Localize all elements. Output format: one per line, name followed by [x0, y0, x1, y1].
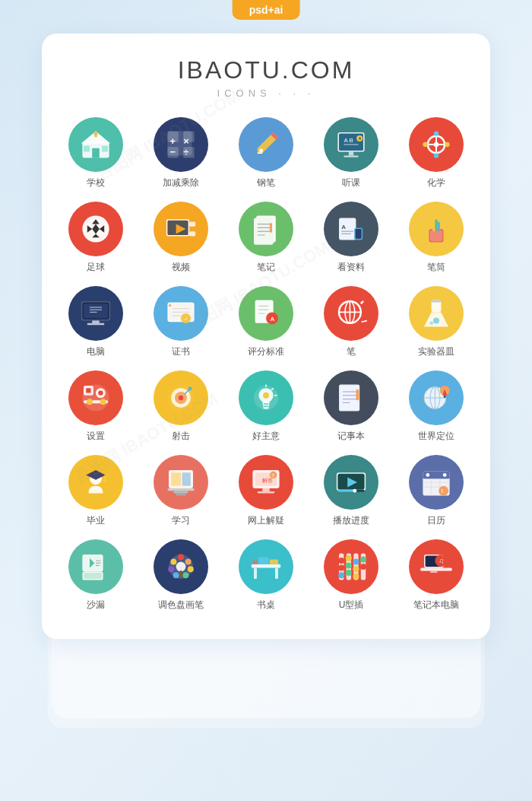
icon-label-notebook: 记事本 — [337, 430, 365, 443]
card-header: IBAOTU.COM ICONS · · · — [57, 56, 475, 99]
icon-item-paint: 调色盘画笔 — [142, 539, 220, 612]
icon-circle-class: A B A — [324, 117, 378, 172]
svg-rect-13 — [183, 131, 194, 141]
svg-marker-66 — [434, 215, 436, 218]
svg-point-185 — [185, 559, 192, 565]
icon-item-reading: A 看资料 — [312, 202, 390, 274]
svg-rect-192 — [179, 571, 182, 578]
card-title: IBAOTU.COM — [57, 56, 475, 84]
icon-item-graduate: 毕业 — [57, 455, 135, 527]
svg-text:A: A — [271, 316, 275, 323]
svg-point-171 — [426, 473, 429, 477]
svg-rect-74 — [87, 323, 104, 325]
svg-point-207 — [346, 562, 352, 568]
icon-circle-graduate — [68, 455, 123, 510]
icon-circle-pencil-cup — [409, 202, 464, 256]
icon-label-target: 射击 — [172, 430, 190, 443]
icons-grid: 学校 + × − ÷ 加减乘除 钢笔 A B A 听课 化学 — [57, 117, 475, 612]
icon-label-computer: 电脑 — [87, 345, 105, 358]
svg-rect-103 — [86, 388, 90, 393]
icon-item-globe-pen: 笔 — [312, 286, 390, 358]
icon-item-world: 世界定位 — [397, 370, 475, 443]
svg-rect-193 — [252, 564, 280, 568]
icon-item-pencil-cup: 笔筒 — [397, 202, 475, 274]
svg-point-105 — [98, 390, 103, 395]
icon-circle-certificate: ✓ — [154, 286, 208, 341]
svg-rect-219 — [430, 571, 438, 573]
icon-circle-notebook — [324, 370, 378, 425]
icon-label-lab: 实验器皿 — [418, 345, 454, 358]
svg-rect-2 — [92, 148, 100, 158]
svg-text:A B: A B — [344, 137, 353, 144]
icon-item-pen: 钢笔 — [227, 117, 305, 189]
icon-circle-online: 解答 ? — [239, 455, 293, 510]
svg-rect-12 — [167, 131, 178, 141]
icon-label-tutorial: 沙漏 — [87, 599, 105, 612]
icon-label-pencil-cup: 笔筒 — [427, 261, 445, 274]
svg-point-203 — [338, 558, 344, 564]
icon-circle-world — [409, 370, 464, 425]
icon-item-abacus: U型插 — [312, 539, 390, 612]
svg-rect-4 — [102, 146, 108, 152]
icon-label-online: 网上解疑 — [248, 514, 284, 527]
icon-circle-idea — [239, 370, 293, 425]
icon-circle-lab — [409, 286, 464, 341]
svg-point-189 — [168, 566, 174, 572]
icon-label-play: 播放进度 — [333, 514, 369, 527]
svg-rect-197 — [270, 559, 278, 564]
svg-text:A: A — [359, 136, 362, 141]
icon-circle-calendar: ! — [409, 455, 464, 510]
svg-point-191 — [176, 562, 186, 572]
svg-rect-98 — [432, 300, 442, 302]
icon-item-online: 解答 ? 网上解疑 — [227, 455, 305, 527]
icon-item-desk: 书桌 — [227, 539, 305, 612]
icon-circle-chemistry — [409, 117, 464, 172]
svg-point-138 — [444, 396, 446, 398]
svg-rect-129 — [356, 389, 359, 400]
svg-rect-157 — [258, 491, 274, 493]
svg-rect-25 — [344, 155, 358, 157]
svg-point-114 — [188, 387, 192, 391]
icon-circle-video — [154, 202, 208, 256]
svg-point-142 — [103, 479, 107, 483]
icon-item-tutorial: 沙漏 — [57, 539, 135, 612]
svg-point-205 — [338, 572, 344, 578]
icon-circle-notes — [239, 202, 293, 256]
icon-circle-laptop: ♫ — [409, 539, 464, 594]
icon-label-laptop: 笔记本电脑 — [413, 599, 459, 612]
icon-item-certificate: ✓ 证书 — [142, 286, 220, 358]
svg-rect-124 — [340, 386, 359, 410]
icon-item-idea: 好主意 — [227, 370, 305, 443]
svg-rect-196 — [258, 557, 268, 564]
svg-rect-147 — [167, 488, 194, 491]
icon-item-settings: 设置 — [57, 370, 135, 443]
icon-item-notes: 笔记 — [227, 202, 305, 274]
svg-marker-6 — [93, 130, 98, 135]
svg-rect-156 — [262, 488, 270, 491]
icon-circle-math: + × − ÷ — [154, 117, 208, 172]
icon-label-calendar: 日历 — [427, 514, 445, 527]
svg-rect-146 — [182, 472, 191, 486]
icon-circle-tutorial — [68, 539, 123, 594]
svg-rect-45 — [189, 221, 195, 226]
svg-point-112 — [179, 396, 183, 400]
svg-rect-182 — [84, 573, 102, 579]
icon-label-desk: 书桌 — [257, 599, 275, 612]
svg-point-95 — [363, 298, 366, 302]
svg-rect-3 — [84, 146, 90, 152]
svg-point-32 — [423, 142, 427, 147]
icon-item-math: + × − ÷ 加减乘除 — [142, 117, 220, 189]
icon-circle-pen — [239, 117, 293, 172]
icon-label-paint: 调色盘画笔 — [158, 599, 204, 612]
icon-item-laptop: ♫ 笔记本电脑 — [397, 539, 475, 612]
svg-rect-15 — [183, 147, 194, 157]
icon-item-chemistry: 化学 — [397, 117, 475, 189]
icon-circle-play — [324, 455, 378, 510]
svg-rect-62 — [430, 230, 442, 241]
icon-item-notebook: 记事本 — [312, 370, 390, 443]
icon-item-study: 学习 — [142, 455, 220, 527]
svg-marker-140 — [86, 470, 106, 480]
svg-text:A: A — [341, 224, 346, 230]
icon-label-idea: 好主意 — [252, 430, 280, 443]
icon-circle-desk — [239, 539, 293, 594]
